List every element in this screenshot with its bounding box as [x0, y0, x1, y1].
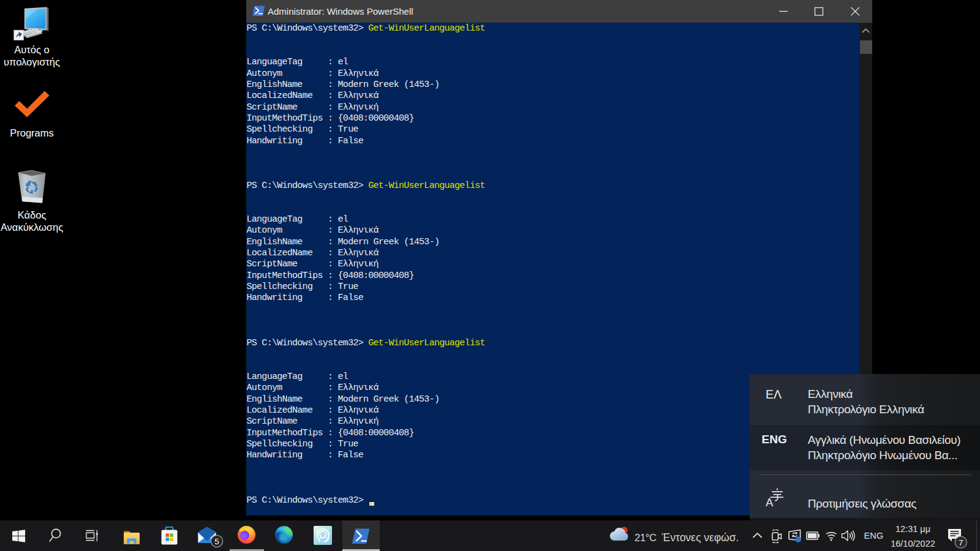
svg-text:5: 5: [214, 536, 219, 545]
svg-text:7: 7: [959, 538, 963, 547]
